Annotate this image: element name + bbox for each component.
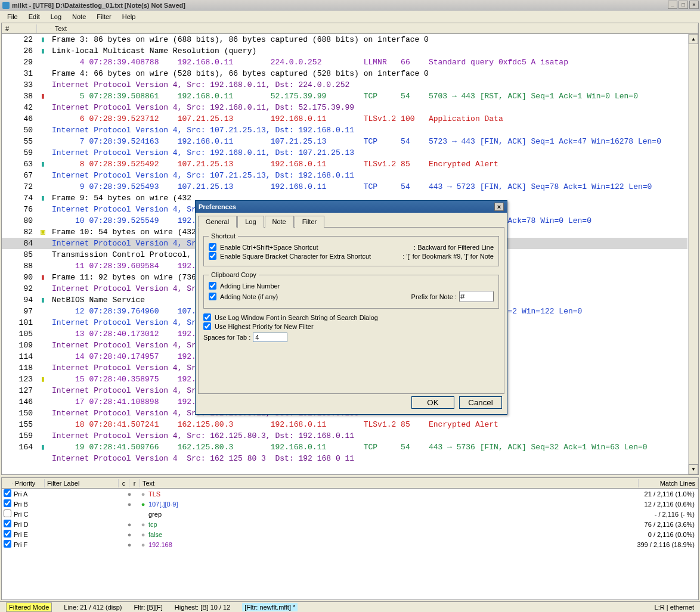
log-row[interactable]: Internet Protocol Version 4 Src: 162 125…	[2, 453, 687, 464]
hint-shortcut1: : Backward for Filtered Line	[402, 244, 494, 251]
log-row[interactable]: 155 18 07:28:41.507241 162.125.80.3 192.…	[2, 419, 687, 430]
input-prefix[interactable]	[459, 291, 494, 302]
filter-checkbox[interactable]	[4, 499, 11, 507]
filter-checkbox[interactable]	[4, 540, 11, 548]
scroll-up-icon[interactable]: ▲	[689, 34, 698, 44]
bookmark-icon	[38, 68, 48, 79]
maximize-button[interactable]: □	[679, 1, 688, 9]
log-row[interactable]: 31Frame 4: 66 bytes on wire (528 bits), …	[2, 68, 687, 79]
clipboard-legend: Clipboard Copy	[209, 271, 259, 278]
cb-square-bracket[interactable]	[209, 252, 216, 260]
log-row[interactable]: 46 6 07:28:39.523712 107.21.25.13 192.16…	[2, 113, 687, 125]
scroll-down-icon[interactable]: ▼	[689, 464, 698, 474]
menu-help[interactable]: Help	[117, 12, 141, 21]
log-row[interactable]: 29 4 07:28:39.408788 192.168.0.11 224.0.…	[2, 57, 687, 68]
line-number: 33	[2, 79, 38, 91]
shortcut-group: Shortcut Enable Ctrl+Shift+Space Shortcu…	[203, 232, 499, 266]
close-button[interactable]: ×	[689, 1, 699, 9]
log-row[interactable]: 67Internet Protocol Version 4, Src: 107.…	[2, 170, 687, 181]
fh-label[interactable]: Filter Label	[45, 479, 119, 487]
log-text: Internet Protocol Version 4, Src: 192.16…	[48, 102, 687, 113]
fh-text[interactable]: Text	[140, 479, 639, 487]
col-num[interactable]: #	[2, 24, 37, 33]
fh-priority[interactable]: Priority	[13, 479, 45, 487]
bookmark-icon	[38, 351, 48, 362]
line-number: 26	[2, 45, 38, 57]
filter-row[interactable]: Pri D●●tcp76 / 2,116 (3.6%)	[2, 519, 698, 529]
filter-checkbox[interactable]	[4, 510, 11, 517]
log-row[interactable]: 33Internet Protocol Version 4, Src: 192.…	[2, 79, 687, 91]
filter-header: Priority Filter Label c r Text Match Lin…	[2, 478, 698, 489]
log-row[interactable]: 72 9 07:28:39.525493 107.21.25.13 192.16…	[2, 181, 687, 192]
tab-note[interactable]: Note	[265, 216, 294, 228]
line-number: 42	[2, 102, 38, 113]
line-number: 164	[2, 442, 38, 453]
log-row[interactable]: 50Internet Protocol Version 4, Src: 107.…	[2, 125, 687, 136]
cb-ctrl-shift-space[interactable]	[209, 243, 216, 251]
filter-checkbox[interactable]	[4, 489, 11, 497]
filter-checkbox[interactable]	[4, 530, 11, 538]
log-text: Internet Protocol Version 4, Src: 192.16…	[48, 147, 687, 159]
lbl-clip1: Adding Line Number	[220, 282, 280, 290]
filter-panel: Priority Filter Label c r Text Match Lin…	[1, 477, 699, 600]
menu-note[interactable]: Note	[67, 12, 91, 21]
minimize-button[interactable]: _	[668, 1, 677, 9]
bookmark-icon	[38, 306, 48, 317]
ok-button[interactable]: OK	[411, 396, 454, 409]
filter-row[interactable]: Pri Cgrep- / 2,116 (- %)	[2, 509, 698, 519]
fh-r[interactable]: r	[129, 479, 140, 487]
line-number: 146	[2, 396, 38, 408]
filter-match: 12 / 2,116 (0.6%)	[615, 501, 698, 508]
bookmark-icon	[38, 385, 48, 396]
filter-priority: Pri B	[13, 501, 45, 508]
bookmark-icon	[38, 170, 48, 181]
line-number: 80	[2, 215, 38, 226]
log-text: 4 07:28:39.408788 192.168.0.11 224.0.0.2…	[48, 57, 687, 68]
col-text[interactable]: Text	[51, 24, 698, 33]
tab-log[interactable]: Log	[237, 216, 264, 228]
log-row[interactable]: 164▮ 19 07:28:41.509766 162.125.80.3 192…	[2, 442, 687, 453]
bookmark-icon: ▮	[38, 91, 48, 102]
cb-use-log-font[interactable]	[203, 313, 211, 321]
menu-log[interactable]: Log	[46, 12, 66, 21]
log-row[interactable]: 38▮ 5 07:28:39.508861 192.168.0.11 52.17…	[2, 91, 687, 102]
menu-edit[interactable]: Edit	[24, 12, 45, 21]
log-row[interactable]: 42Internet Protocol Version 4, Src: 192.…	[2, 102, 687, 113]
filter-row[interactable]: Pri F●●192.168399 / 2,116 (18.9%)	[2, 539, 698, 549]
tab-general[interactable]: General	[198, 216, 237, 228]
fh-match[interactable]: Match Lines	[639, 479, 698, 487]
bookmark-icon	[38, 238, 48, 249]
filter-row[interactable]: Pri E●●false0 / 2,116 (0.0%)	[2, 529, 698, 539]
bookmark-icon	[38, 79, 48, 91]
cb-highest-priority[interactable]	[203, 322, 211, 330]
filter-row[interactable]: Pri A●●TLS21 / 2,116 (1.0%)	[2, 489, 698, 499]
log-row[interactable]: 159Internet Protocol Version 4, Src: 162…	[2, 430, 687, 442]
filter-checkbox[interactable]	[4, 520, 11, 527]
vertical-scrollbar[interactable]: ▲ ▼	[688, 34, 698, 474]
filter-c-dot: ●	[121, 541, 138, 548]
menu-filter[interactable]: Filter	[92, 12, 116, 21]
fh-check[interactable]	[2, 483, 13, 484]
fh-c[interactable]: c	[119, 479, 129, 487]
line-number: 127	[2, 385, 38, 396]
menu-file[interactable]: File	[2, 12, 23, 21]
log-row[interactable]: 26▮Link-local Multicast Name Resolution …	[2, 45, 687, 57]
log-row[interactable]: 63▮ 8 07:28:39.525492 107.21.25.13 192.1…	[2, 159, 687, 170]
col-mark[interactable]	[37, 28, 51, 29]
dialog-close-icon[interactable]: ×	[494, 203, 504, 211]
filter-row[interactable]: Pri B●●107[.][0-9]12 / 2,116 (0.6%)	[2, 499, 698, 509]
cb-add-line-number[interactable]	[209, 282, 216, 290]
line-number: 67	[2, 170, 38, 181]
log-row[interactable]: 22▮Frame 3: 86 bytes on wire (688 bits),…	[2, 34, 687, 45]
line-number: 114	[2, 351, 38, 362]
line-number: 105	[2, 328, 38, 340]
log-row[interactable]: 59Internet Protocol Version 4, Src: 192.…	[2, 147, 687, 159]
tab-filter[interactable]: Filter	[295, 216, 324, 228]
cb-add-note[interactable]	[209, 293, 216, 300]
input-spaces[interactable]	[253, 333, 287, 342]
cancel-button[interactable]: Cancel	[459, 396, 502, 409]
bookmark-icon	[38, 113, 48, 125]
filter-body[interactable]: Pri A●●TLS21 / 2,116 (1.0%)Pri B●●107[.]…	[2, 489, 698, 549]
filter-r-dot: ●	[138, 531, 148, 538]
log-row[interactable]: 55 7 07:28:39.524163 192.168.0.11 107.21…	[2, 136, 687, 147]
